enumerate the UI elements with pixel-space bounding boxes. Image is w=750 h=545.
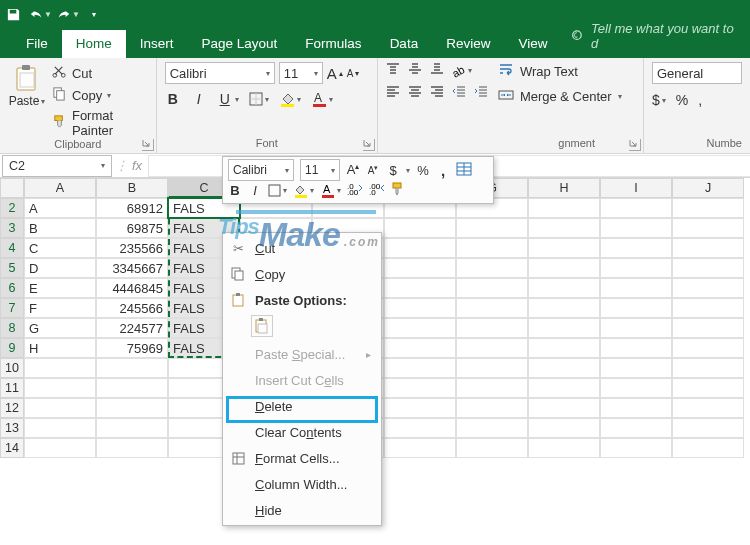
- ctx-format-cells[interactable]: Format Cells...: [223, 445, 381, 471]
- ctx-clear-contents[interactable]: Clear Contents: [223, 419, 381, 445]
- cell[interactable]: [96, 398, 168, 418]
- cell[interactable]: [600, 218, 672, 238]
- cell[interactable]: [600, 358, 672, 378]
- column-header[interactable]: B: [96, 178, 168, 198]
- mini-decrease-font-icon[interactable]: A▾: [366, 164, 380, 176]
- cell[interactable]: [384, 258, 456, 278]
- cell[interactable]: [24, 418, 96, 438]
- align-right-icon[interactable]: [430, 85, 444, 100]
- cell[interactable]: [600, 258, 672, 278]
- cell[interactable]: [672, 258, 744, 278]
- decrease-font-icon[interactable]: A▾: [347, 68, 360, 79]
- cell[interactable]: [672, 218, 744, 238]
- cell[interactable]: E: [24, 278, 96, 298]
- align-left-icon[interactable]: [386, 85, 400, 100]
- mini-fontcolor-button[interactable]: A▾: [320, 183, 341, 198]
- cell[interactable]: [96, 438, 168, 458]
- cell[interactable]: [384, 438, 456, 458]
- cell[interactable]: [384, 398, 456, 418]
- tab-file[interactable]: File: [12, 30, 62, 58]
- cell[interactable]: [672, 298, 744, 318]
- cell[interactable]: [384, 218, 456, 238]
- cell[interactable]: [672, 338, 744, 358]
- mini-comma-button[interactable]: ,: [436, 162, 450, 179]
- cell[interactable]: 235566: [96, 238, 168, 258]
- cell[interactable]: [528, 318, 600, 338]
- bold-button[interactable]: B: [165, 90, 181, 108]
- alignment-dialog-launcher-icon[interactable]: [629, 139, 641, 151]
- mini-size-combo[interactable]: 11▾: [300, 159, 340, 181]
- align-middle-icon[interactable]: [408, 62, 422, 79]
- qat-customize-icon[interactable]: ▾: [92, 10, 96, 19]
- cell[interactable]: [672, 358, 744, 378]
- cell[interactable]: [384, 418, 456, 438]
- cell[interactable]: [600, 298, 672, 318]
- column-header[interactable]: J: [672, 178, 744, 198]
- cell[interactable]: [384, 358, 456, 378]
- cell[interactable]: F: [24, 298, 96, 318]
- cell[interactable]: D: [24, 258, 96, 278]
- row-header[interactable]: 4: [0, 238, 24, 258]
- ctx-paste-special[interactable]: Paste Special... ▸: [223, 341, 381, 367]
- cell[interactable]: B: [24, 218, 96, 238]
- mini-fill-button[interactable]: ▾: [293, 183, 314, 198]
- row-header[interactable]: 10: [0, 358, 24, 378]
- number-format-combo[interactable]: General: [652, 62, 742, 84]
- cell[interactable]: 69875: [96, 218, 168, 238]
- comma-button[interactable]: ,: [698, 92, 702, 108]
- align-top-icon[interactable]: [386, 62, 400, 79]
- cell[interactable]: [600, 198, 672, 218]
- cell[interactable]: [528, 398, 600, 418]
- cell[interactable]: [600, 438, 672, 458]
- cell[interactable]: [672, 418, 744, 438]
- cell[interactable]: [672, 318, 744, 338]
- cell[interactable]: 68912: [96, 198, 168, 218]
- cell[interactable]: [672, 198, 744, 218]
- cell[interactable]: C: [24, 238, 96, 258]
- tab-formulas[interactable]: Formulas: [291, 30, 375, 58]
- ctx-cut[interactable]: ✂ Cut: [223, 235, 381, 261]
- cell[interactable]: [600, 378, 672, 398]
- mini-borders-button[interactable]: ▾: [268, 184, 287, 197]
- cell[interactable]: [456, 318, 528, 338]
- cell[interactable]: [672, 378, 744, 398]
- cell[interactable]: [528, 258, 600, 278]
- select-all-corner[interactable]: [0, 178, 24, 198]
- mini-format-painter-icon[interactable]: [391, 182, 404, 199]
- row-header[interactable]: 14: [0, 438, 24, 458]
- cell[interactable]: [600, 338, 672, 358]
- cell[interactable]: [528, 378, 600, 398]
- cell[interactable]: [600, 318, 672, 338]
- increase-indent-icon[interactable]: [474, 85, 488, 100]
- cell[interactable]: [672, 438, 744, 458]
- tab-data[interactable]: Data: [376, 30, 433, 58]
- row-header[interactable]: 3: [0, 218, 24, 238]
- ctx-hide[interactable]: Hide: [223, 497, 381, 523]
- cell[interactable]: [528, 238, 600, 258]
- cell[interactable]: [24, 378, 96, 398]
- row-header[interactable]: 8: [0, 318, 24, 338]
- italic-button[interactable]: I: [191, 90, 207, 108]
- format-painter-button[interactable]: Format Painter: [52, 108, 148, 138]
- font-dialog-launcher-icon[interactable]: [363, 139, 375, 151]
- cell[interactable]: [528, 338, 600, 358]
- percent-button[interactable]: %: [676, 92, 688, 108]
- wrap-text-button[interactable]: Wrap Text: [498, 62, 622, 81]
- mini-font-combo[interactable]: Calibri▾: [228, 159, 294, 181]
- row-header[interactable]: 11: [0, 378, 24, 398]
- ctx-paste-default-icon[interactable]: [251, 315, 273, 337]
- cell[interactable]: [600, 238, 672, 258]
- cell[interactable]: [456, 238, 528, 258]
- ctx-column-width[interactable]: Column Width...: [223, 471, 381, 497]
- cell[interactable]: [456, 418, 528, 438]
- cell[interactable]: [24, 438, 96, 458]
- tab-review[interactable]: Review: [432, 30, 504, 58]
- mini-percent-button[interactable]: %: [416, 163, 430, 178]
- name-box[interactable]: C2▾: [2, 155, 112, 177]
- cell[interactable]: [384, 298, 456, 318]
- cell[interactable]: [672, 278, 744, 298]
- cell[interactable]: 245566: [96, 298, 168, 318]
- cell[interactable]: [456, 298, 528, 318]
- mini-format-table-icon[interactable]: [456, 162, 472, 179]
- tell-me-search[interactable]: Tell me what you want to d: [561, 15, 750, 58]
